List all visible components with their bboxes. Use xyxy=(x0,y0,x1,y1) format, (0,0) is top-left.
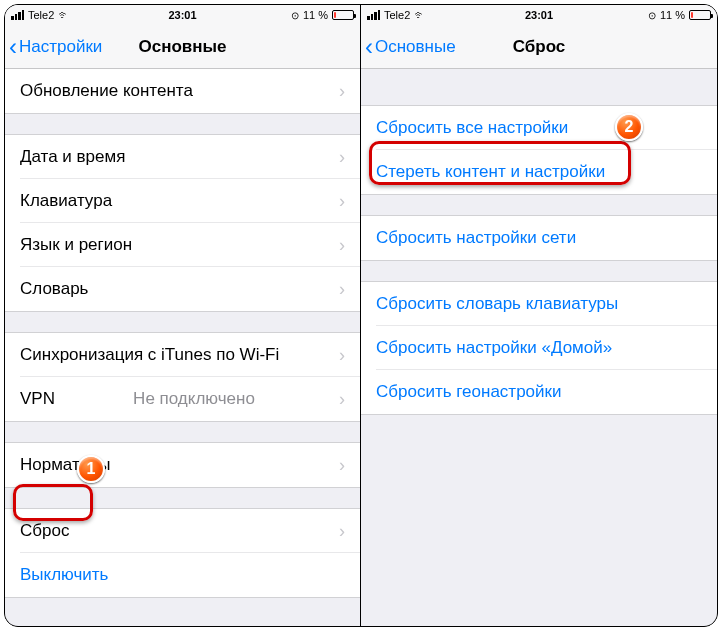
reset-list[interactable]: Сбросить все настройки Стереть контент и… xyxy=(361,69,717,626)
row-reset-all-settings[interactable]: Сбросить все настройки xyxy=(361,106,717,150)
signal-icon xyxy=(11,10,24,20)
back-label: Основные xyxy=(375,37,456,57)
battery-icon xyxy=(332,10,354,20)
chevron-right-icon: › xyxy=(339,279,345,300)
chevron-left-icon: ‹ xyxy=(365,35,373,59)
row-shutdown[interactable]: Выключить xyxy=(5,553,360,597)
chevron-right-icon: › xyxy=(339,81,345,102)
row-vpn[interactable]: VPN Не подключено › xyxy=(5,377,360,421)
wifi-icon: ᯤ xyxy=(58,8,70,22)
page-title: Сброс xyxy=(513,37,566,57)
row-dictionary[interactable]: Словарь› xyxy=(5,267,360,311)
chevron-right-icon: › xyxy=(339,521,345,542)
right-phone-screen: Tele2 ᯤ 23:01 ⊙ 11 % ‹ Основные Сброс Сб… xyxy=(361,5,717,626)
nav-bar: ‹ Основные Сброс xyxy=(361,25,717,69)
chevron-right-icon: › xyxy=(339,389,345,410)
chevron-right-icon: › xyxy=(339,235,345,256)
page-title: Основные xyxy=(138,37,226,57)
row-erase-all-content[interactable]: Стереть контент и настройки xyxy=(361,150,717,194)
carrier-label: Tele2 xyxy=(384,9,410,21)
lock-icon: ⊙ xyxy=(648,10,656,21)
chevron-right-icon: › xyxy=(339,191,345,212)
left-phone-screen: Tele2 ᯤ 23:01 ⊙ 11 % ‹ Настройки Основны… xyxy=(5,5,361,626)
row-language-region[interactable]: Язык и регион› xyxy=(5,223,360,267)
row-reset[interactable]: Сброс› xyxy=(5,509,360,553)
chevron-left-icon: ‹ xyxy=(9,35,17,59)
carrier-label: Tele2 xyxy=(28,9,54,21)
row-reset-location[interactable]: Сбросить геонастройки xyxy=(361,370,717,414)
vpn-status: Не подключено xyxy=(133,389,255,409)
row-reset-keyboard-dict[interactable]: Сбросить словарь клавиатуры xyxy=(361,282,717,326)
row-content-update[interactable]: Обновление контента › xyxy=(5,69,360,113)
chevron-right-icon: › xyxy=(339,147,345,168)
row-reset-network[interactable]: Сбросить настройки сети xyxy=(361,216,717,260)
back-button[interactable]: ‹ Основные xyxy=(361,35,456,59)
signal-icon xyxy=(367,10,380,20)
row-reset-home[interactable]: Сбросить настройки «Домой» xyxy=(361,326,717,370)
status-bar: Tele2 ᯤ 23:01 ⊙ 11 % xyxy=(361,5,717,25)
annotation-badge-2: 2 xyxy=(615,113,643,141)
wifi-icon: ᯤ xyxy=(414,8,426,22)
back-button[interactable]: ‹ Настройки xyxy=(5,35,102,59)
chevron-right-icon: › xyxy=(339,345,345,366)
nav-bar: ‹ Настройки Основные xyxy=(5,25,360,69)
battery-percent: 11 % xyxy=(660,9,685,21)
battery-percent: 11 % xyxy=(303,9,328,21)
battery-icon xyxy=(689,10,711,20)
status-bar: Tele2 ᯤ 23:01 ⊙ 11 % xyxy=(5,5,360,25)
chevron-right-icon: › xyxy=(339,455,345,476)
clock: 23:01 xyxy=(525,9,553,21)
row-date-time[interactable]: Дата и время› xyxy=(5,135,360,179)
lock-icon: ⊙ xyxy=(291,10,299,21)
back-label: Настройки xyxy=(19,37,102,57)
clock: 23:01 xyxy=(168,9,196,21)
annotation-badge-1: 1 xyxy=(77,455,105,483)
settings-list[interactable]: Обновление контента › Дата и время› Клав… xyxy=(5,69,360,626)
row-regulatory[interactable]: Нормативы› xyxy=(5,443,360,487)
row-keyboard[interactable]: Клавиатура› xyxy=(5,179,360,223)
row-itunes-wifi-sync[interactable]: Синхронизация с iTunes по Wi-Fi› xyxy=(5,333,360,377)
